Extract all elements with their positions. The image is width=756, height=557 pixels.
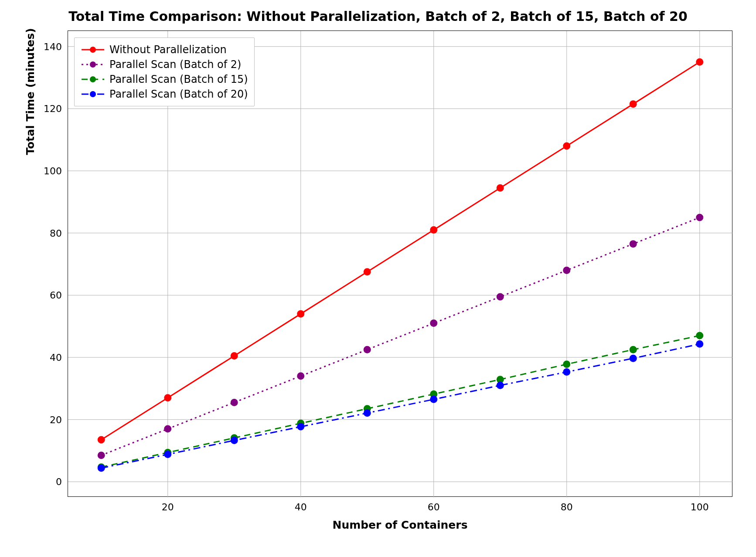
x-tick-label: 80 [561,502,573,513]
data-point [696,340,703,348]
data-point [630,355,637,362]
legend-label: Parallel Scan (Batch of 20) [109,88,248,100]
data-point [430,226,437,234]
chart-title: Total Time Comparison: Without Paralleli… [0,9,756,24]
y-axis-label: Total Time (minutes) [24,0,37,325]
series-3 [98,340,704,472]
legend-item: Parallel Scan (Batch of 15) [81,72,248,87]
data-point [696,214,703,221]
data-point [231,399,238,406]
data-point [98,464,105,472]
data-point [364,346,371,353]
data-point [98,452,105,459]
data-point [164,425,171,433]
data-point [497,184,504,192]
legend-swatch [81,60,105,69]
y-tick-label: 140 [44,41,62,52]
x-axis-label: Number of Containers [68,519,732,531]
data-point [430,319,437,327]
svg-point-29 [90,61,96,68]
y-tick-label: 40 [50,352,62,363]
legend-item: Parallel Scan (Batch of 2) [81,57,248,72]
data-point [98,436,105,444]
legend: Without ParallelizationParallel Scan (Ba… [74,37,255,106]
data-point [563,142,570,149]
svg-point-31 [90,76,96,82]
legend-swatch [81,75,105,84]
svg-point-27 [90,47,96,53]
data-point [497,293,504,300]
x-tick-label: 60 [428,502,440,513]
data-point [696,332,703,340]
data-point [630,346,637,353]
data-point [364,268,371,275]
legend-swatch [81,90,105,98]
data-point [563,267,570,274]
data-point [297,372,304,380]
data-point [630,100,637,108]
figure: Total Time Comparison: Without Paralleli… [0,0,756,557]
svg-point-33 [90,91,96,97]
x-tick-label: 100 [691,502,709,513]
legend-item: Without Parallelization [81,42,248,57]
series-line [101,62,700,440]
data-point [297,423,304,431]
legend-item: Parallel Scan (Batch of 20) [81,87,248,102]
y-tick-label: 100 [44,166,62,177]
data-point [164,394,171,401]
data-point [297,310,304,318]
y-tick-label: 80 [50,228,62,239]
legend-label: Parallel Scan (Batch of 15) [109,73,248,85]
series-line [101,344,700,468]
data-point [563,360,570,368]
data-point [563,368,570,376]
series-0 [98,58,704,444]
legend-label: Without Parallelization [109,44,227,56]
y-tick-label: 20 [50,414,62,425]
data-point [430,396,437,403]
x-tick-label: 40 [295,502,307,513]
data-point [497,382,504,389]
data-point [364,409,371,417]
series-line [101,336,700,467]
data-point [164,451,171,458]
y-tick-label: 60 [50,290,62,301]
data-point [231,352,238,360]
data-point [231,437,238,444]
y-tick-label: 0 [56,476,62,487]
axis-ticks: 20406080100020406080100120140 [44,41,709,513]
x-tick-label: 20 [162,502,174,513]
legend-label: Parallel Scan (Batch of 2) [109,58,241,71]
data-point [630,240,637,248]
data-point [696,58,703,66]
y-tick-label: 120 [44,103,62,114]
legend-swatch [81,45,105,54]
